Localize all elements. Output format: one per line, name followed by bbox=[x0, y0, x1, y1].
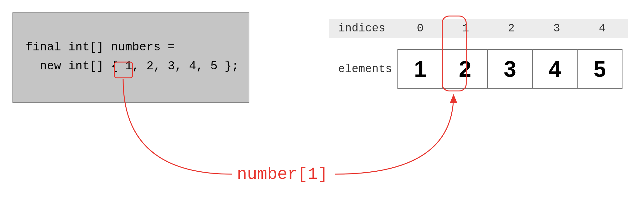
index-cell-1: 1 bbox=[443, 22, 488, 35]
indices-row: indices 0 1 2 3 4 bbox=[329, 19, 628, 38]
element-cell-0: 1 bbox=[397, 49, 443, 89]
indices-label: indices bbox=[329, 22, 397, 35]
index-cell-0: 0 bbox=[397, 22, 443, 35]
element-cell-3: 4 bbox=[532, 49, 578, 89]
elements-label: elements bbox=[329, 63, 397, 76]
code-line-2: new int[] { 1, 2, 3, 4, 5 }; bbox=[26, 57, 236, 76]
array-table: indices 0 1 2 3 4 elements 1 2 3 4 5 bbox=[329, 19, 628, 89]
code-block: final int[] numbers = new int[] { 1, 2, … bbox=[12, 12, 249, 103]
annotation-label: number[1] bbox=[237, 165, 328, 184]
index-cell-3: 3 bbox=[534, 22, 579, 35]
element-cell-2: 3 bbox=[487, 49, 533, 89]
elements-boxes: 1 2 3 4 5 bbox=[397, 49, 622, 89]
code-line-1: final int[] numbers = bbox=[26, 38, 236, 57]
elements-row: elements 1 2 3 4 5 bbox=[329, 49, 628, 89]
index-cell-4: 4 bbox=[579, 22, 625, 35]
element-cell-1: 2 bbox=[442, 49, 488, 89]
index-cell-2: 2 bbox=[488, 22, 534, 35]
element-cell-4: 5 bbox=[577, 49, 622, 89]
